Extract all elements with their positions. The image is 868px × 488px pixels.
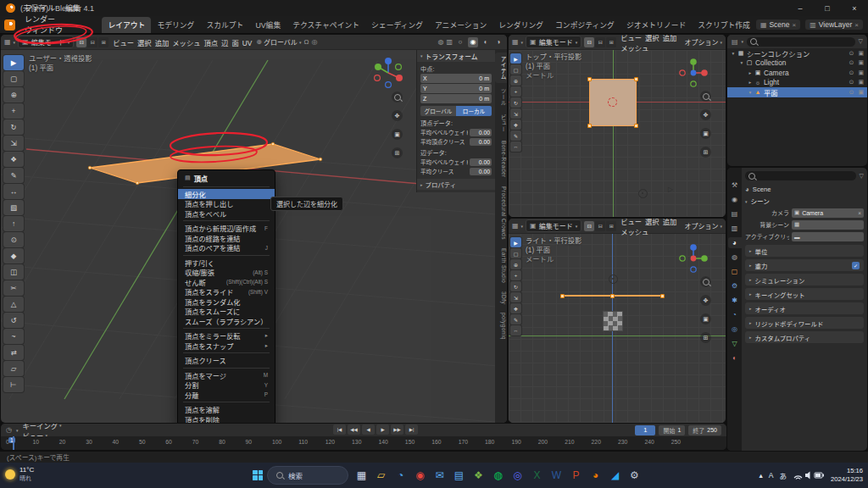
minimize-button[interactable]: – xyxy=(787,0,814,16)
xray-icon[interactable]: ▥ xyxy=(446,38,453,46)
properties-tab[interactable]: ✱ xyxy=(728,295,742,306)
workspace-tab[interactable]: スカルプト xyxy=(200,17,249,33)
context-menu-item[interactable]: 押す/引く xyxy=(178,258,275,268)
eye-icon[interactable]: ⊙ xyxy=(849,79,854,86)
tool-button[interactable]: ▢ xyxy=(510,64,521,75)
tool-button[interactable]: ▢ xyxy=(510,248,521,258)
context-menu-item[interactable]: 頂点をマージ M xyxy=(178,370,275,380)
object-name[interactable]: Light xyxy=(762,78,779,86)
select-mode-button[interactable]: ⊟ xyxy=(595,221,605,231)
context-menu-item[interactable]: 収縮/膨張 (Alt) S xyxy=(178,268,275,278)
taskbar-app-icon[interactable]: ◔ xyxy=(392,465,409,485)
select-mode-button[interactable]: ⊟ xyxy=(595,37,605,47)
value-field[interactable]: 0.00 xyxy=(470,129,492,136)
workspace-tab[interactable]: コンポジティング xyxy=(549,17,620,33)
properties-tab[interactable]: ◔ xyxy=(728,309,742,320)
render-visibility-icon[interactable]: ▣ xyxy=(858,69,864,76)
workspace-tab[interactable]: ジオメトリノード xyxy=(620,17,692,33)
options-dropdown[interactable]: オプション▾ xyxy=(684,37,722,47)
transform-panel-header[interactable]: ▾ トランスフォーム xyxy=(417,50,495,62)
playback-button[interactable]: |◀ xyxy=(333,424,346,435)
context-menu-item[interactable]: 頂点クリース xyxy=(178,356,275,366)
taskbar-app-icon[interactable]: W xyxy=(548,465,565,485)
n-panel-tab[interactable]: アイテム xyxy=(495,53,507,83)
tool-button[interactable]: △ xyxy=(3,297,24,312)
eye-icon[interactable]: ⊙ xyxy=(849,69,854,76)
tool-button[interactable]: ◆ xyxy=(3,248,24,263)
render-visibility-icon[interactable]: ▣ xyxy=(858,89,864,96)
filter-icon[interactable]: ▽ xyxy=(860,173,864,180)
tool-button[interactable]: ❖ xyxy=(510,303,521,313)
eye-icon[interactable]: ⊙ xyxy=(849,89,854,96)
viewport-menu[interactable]: メッシュ xyxy=(170,39,202,47)
tool-button[interactable]: ↑ xyxy=(3,216,24,231)
tool-button[interactable]: ⊕ xyxy=(510,259,521,269)
viewport-top-ortho[interactable]: ▷ ▦▾ ▣ 編集モード ▾ ⊡⊟⊞ ビュー選択追加メッシュ オプション▾ トッ… xyxy=(509,35,726,217)
properties-tab[interactable]: ▤ xyxy=(728,208,742,219)
tool-button[interactable]: ▶ xyxy=(510,237,521,247)
context-menu-item[interactable]: 頂点をスムーズに xyxy=(178,307,275,317)
n-panel-tab[interactable]: ツール xyxy=(495,85,507,109)
editor-type-icon[interactable]: ▤ xyxy=(732,38,738,46)
object-name[interactable]: 平面 xyxy=(762,87,778,97)
property-field[interactable]: ▣ Camera × xyxy=(792,208,864,218)
viewport-menu[interactable]: 追加 xyxy=(661,35,679,42)
viewport-menu[interactable]: ビュー xyxy=(111,39,136,47)
context-menu-item[interactable] xyxy=(183,220,270,221)
taskbar-search[interactable]: 検索 xyxy=(267,466,348,485)
collapsed-section-header[interactable]: ▸ 重力 ✓ xyxy=(745,259,864,271)
playback-button[interactable]: ▶ xyxy=(376,424,389,435)
disclosure-icon[interactable]: ▸ xyxy=(747,80,754,85)
tool-button[interactable]: + xyxy=(510,86,521,97)
scene-unlink-icon[interactable]: × xyxy=(793,21,797,29)
properties-tab[interactable]: ◐ xyxy=(728,352,742,363)
taskbar-app-icon[interactable]: ✉ xyxy=(431,465,448,485)
tool-button[interactable]: ↔ xyxy=(510,325,521,336)
light-gizmo[interactable] xyxy=(638,189,648,198)
weather-widget[interactable]: 11°C 晴れ xyxy=(5,466,34,483)
taskbar-app-icon[interactable]: P xyxy=(567,465,585,485)
context-menu-item[interactable]: スムーズ（ラプラシアン） xyxy=(178,316,275,326)
viewport-menu[interactable]: メッシュ xyxy=(619,228,650,236)
collapsed-section-header[interactable]: ▸ リジッドボディワールド ✓ xyxy=(745,317,864,329)
outliner-row[interactable]: ▸ ☼ Light ⊙ ▣ xyxy=(727,78,867,88)
taskbar-app-icon[interactable]: ◢ xyxy=(606,465,624,485)
property-field[interactable]: ▦ × xyxy=(792,220,864,230)
tool-button[interactable]: ⊕ xyxy=(510,75,521,86)
properties-tab[interactable]: ▥ xyxy=(728,223,742,234)
camera-view-icon[interactable]: ▣ xyxy=(700,128,711,139)
context-menu-item[interactable]: 頂点の経路を連結 xyxy=(178,233,275,243)
viewlayer-unlink-icon[interactable]: × xyxy=(854,21,859,29)
viewport-menu[interactable]: 頂点 xyxy=(202,39,220,47)
clock[interactable]: 15:16 2024/12/23 xyxy=(831,467,863,484)
context-menu-item[interactable]: 頂点をミラー反転 ▸ xyxy=(178,331,275,341)
object-name[interactable]: Camera xyxy=(762,69,789,77)
ime-mode-indicator[interactable]: A xyxy=(769,471,774,480)
disclosure-icon[interactable]: ▾ xyxy=(747,90,754,95)
tool-button[interactable]: ▢ xyxy=(3,71,24,86)
editor-type-icon[interactable]: ◷ xyxy=(6,426,12,434)
tool-button[interactable]: ❖ xyxy=(510,119,521,130)
context-menu-item[interactable] xyxy=(183,328,270,329)
taskbar-app-icon[interactable]: ▦ xyxy=(353,465,370,485)
tool-button[interactable]: ↻ xyxy=(510,281,521,291)
select-mode-button[interactable]: ⊡ xyxy=(76,37,86,47)
viewport-menu[interactable]: UV xyxy=(241,39,254,47)
select-mode-button[interactable]: ⊞ xyxy=(98,37,108,47)
tool-button[interactable]: ◫ xyxy=(3,264,24,280)
taskbar-app-icon[interactable]: ▱ xyxy=(372,465,390,485)
zoom-icon[interactable] xyxy=(700,91,711,102)
clear-icon[interactable]: × xyxy=(858,210,861,216)
outliner-row[interactable]: ▾ ▢ Collection ⊙ ▣ xyxy=(727,58,867,69)
taskbar-app-icon[interactable]: ◕ xyxy=(587,465,604,485)
tool-button[interactable]: ⇲ xyxy=(510,108,521,119)
collapsed-section-header[interactable]: ▸ カスタムプロパティ ✓ xyxy=(745,331,864,343)
shading-render-icon[interactable]: ◑ xyxy=(493,37,504,47)
context-menu-item[interactable]: せん断 (Shift)(Ctrl)(Alt) S xyxy=(178,277,275,287)
outliner-search-input[interactable] xyxy=(747,37,855,47)
properties-tab[interactable]: ▽ xyxy=(728,338,742,349)
context-menu-item[interactable]: 頂点をランダム化 xyxy=(178,297,275,307)
close-button[interactable]: × xyxy=(841,0,868,16)
viewport-menu[interactable]: 選択 xyxy=(643,35,661,42)
orientation-option[interactable]: グローバル xyxy=(420,106,456,116)
